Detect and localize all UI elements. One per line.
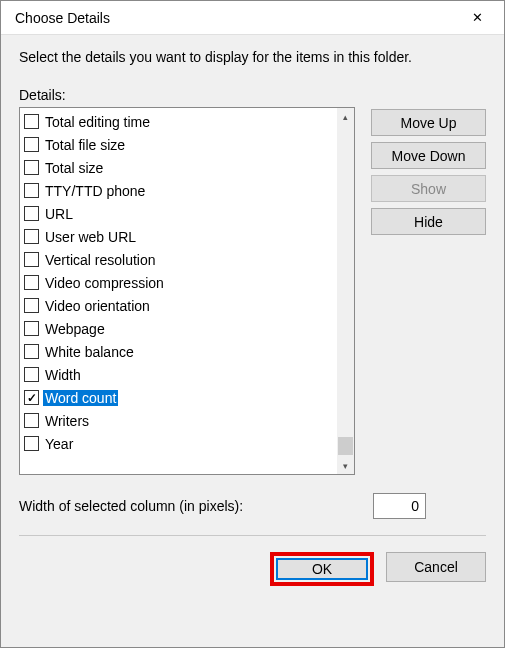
list-item-label: TTY/TTD phone	[43, 183, 147, 199]
bottom-buttons: OK Cancel	[19, 536, 486, 602]
checkbox[interactable]	[24, 413, 39, 428]
list-item[interactable]: Video compression	[22, 271, 335, 294]
instruction-text: Select the details you want to display f…	[19, 49, 486, 65]
details-listbox[interactable]: Total editing timeTotal file sizeTotal s…	[19, 107, 355, 475]
list-item[interactable]: Width	[22, 363, 335, 386]
dialog-content: Select the details you want to display f…	[1, 35, 504, 647]
list-item-label: Vertical resolution	[43, 252, 158, 268]
checkbox[interactable]	[24, 137, 39, 152]
checkbox[interactable]	[24, 344, 39, 359]
list-item[interactable]: Writers	[22, 409, 335, 432]
scroll-up-icon[interactable]: ▴	[337, 108, 354, 125]
choose-details-dialog: Choose Details ✕ Select the details you …	[1, 1, 504, 647]
list-item-label: Total editing time	[43, 114, 152, 130]
move-up-button[interactable]: Move Up	[371, 109, 486, 136]
hide-button[interactable]: Hide	[371, 208, 486, 235]
list-item[interactable]: Vertical resolution	[22, 248, 335, 271]
checkbox[interactable]	[24, 206, 39, 221]
scroll-thumb[interactable]	[338, 437, 353, 455]
list-item-label: Writers	[43, 413, 91, 429]
list-item-label: Webpage	[43, 321, 107, 337]
side-buttons: Move Up Move Down Show Hide	[371, 107, 486, 475]
list-item-label: Width	[43, 367, 83, 383]
checkbox[interactable]	[24, 229, 39, 244]
close-icon: ✕	[472, 10, 483, 25]
checkbox[interactable]	[24, 252, 39, 267]
list-item[interactable]: White balance	[22, 340, 335, 363]
list-item[interactable]: User web URL	[22, 225, 335, 248]
window-title: Choose Details	[15, 10, 454, 26]
list-item-label: Word count	[43, 390, 118, 406]
cancel-button[interactable]: Cancel	[386, 552, 486, 582]
list-item[interactable]: Total file size	[22, 133, 335, 156]
list-item[interactable]: TTY/TTD phone	[22, 179, 335, 202]
checkbox[interactable]	[24, 160, 39, 175]
checkbox[interactable]	[24, 298, 39, 313]
list-item[interactable]: Total editing time	[22, 110, 335, 133]
details-label: Details:	[19, 87, 486, 103]
ok-highlight: OK	[270, 552, 374, 586]
scroll-down-icon[interactable]: ▾	[337, 457, 354, 474]
checkbox[interactable]	[24, 114, 39, 129]
close-button[interactable]: ✕	[454, 2, 500, 34]
titlebar: Choose Details ✕	[1, 1, 504, 35]
checkbox[interactable]	[24, 321, 39, 336]
checkbox[interactable]	[24, 183, 39, 198]
list-item-label: URL	[43, 206, 75, 222]
checkbox[interactable]	[24, 436, 39, 451]
checkbox[interactable]	[24, 367, 39, 382]
list-item-label: User web URL	[43, 229, 138, 245]
show-button[interactable]: Show	[371, 175, 486, 202]
details-items: Total editing timeTotal file sizeTotal s…	[20, 108, 337, 474]
list-item[interactable]: Webpage	[22, 317, 335, 340]
list-item-label: White balance	[43, 344, 136, 360]
move-down-button[interactable]: Move Down	[371, 142, 486, 169]
list-item[interactable]: Total size	[22, 156, 335, 179]
list-item-label: Total size	[43, 160, 105, 176]
checkbox[interactable]	[24, 390, 39, 405]
column-width-label: Width of selected column (in pixels):	[19, 498, 243, 514]
list-item[interactable]: URL	[22, 202, 335, 225]
checkbox[interactable]	[24, 275, 39, 290]
middle-area: Total editing timeTotal file sizeTotal s…	[19, 107, 486, 475]
list-item-label: Total file size	[43, 137, 127, 153]
column-width-input[interactable]	[373, 493, 426, 519]
list-item-label: Video orientation	[43, 298, 152, 314]
list-item[interactable]: Year	[22, 432, 335, 455]
list-item[interactable]: Word count	[22, 386, 335, 409]
scrollbar[interactable]: ▴ ▾	[337, 108, 354, 474]
list-item[interactable]: Video orientation	[22, 294, 335, 317]
ok-button[interactable]: OK	[276, 558, 368, 580]
column-width-row: Width of selected column (in pixels):	[19, 493, 486, 519]
list-item-label: Year	[43, 436, 75, 452]
list-item-label: Video compression	[43, 275, 166, 291]
scroll-track[interactable]	[337, 125, 354, 457]
